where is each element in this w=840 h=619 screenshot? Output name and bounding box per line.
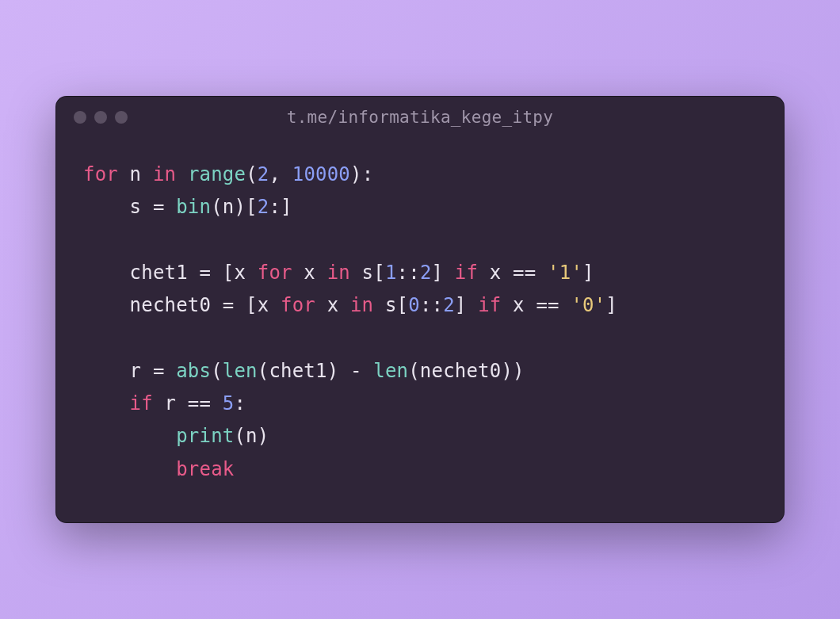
code-token-punct: ] xyxy=(455,294,478,316)
code-token-keyword: if xyxy=(478,294,501,316)
code-token-default: s[ xyxy=(373,294,408,316)
code-token-builtin: len xyxy=(223,360,258,382)
code-token-string: '0' xyxy=(571,294,605,316)
code-token-builtin: range xyxy=(188,163,246,185)
traffic-lights xyxy=(74,111,128,124)
code-token-keyword: if xyxy=(130,392,153,415)
code-token-punct: ] xyxy=(605,294,617,316)
code-token-keyword: for xyxy=(83,163,118,185)
code-token-punct: ] xyxy=(432,262,455,284)
minimize-icon[interactable] xyxy=(94,111,107,124)
code-token-default: x xyxy=(292,262,327,284)
window-titlebar: t.me/informatika_kege_itpy xyxy=(56,97,784,138)
code-token-number: 2 xyxy=(420,262,432,284)
code-token-punct: (n)[ xyxy=(211,196,258,218)
code-token-punct: , xyxy=(269,163,292,185)
code-line xyxy=(83,323,757,355)
code-line: break xyxy=(83,453,757,486)
code-token-default: r == xyxy=(153,392,223,415)
code-token-builtin: print xyxy=(176,425,234,447)
code-token-number: 5 xyxy=(223,392,235,415)
code-line: s = bin(n)[2:] xyxy=(83,191,757,224)
code-token-punct: ( xyxy=(246,163,258,185)
code-line: print(n) xyxy=(83,420,757,453)
code-token-default: s = xyxy=(83,196,176,218)
code-token-punct: :: xyxy=(397,262,420,284)
code-token-punct: :: xyxy=(420,294,443,316)
code-line: r = abs(len(chet1) - len(nechet0)) xyxy=(83,355,757,388)
code-line: nechet0 = [x for x in s[0::2] if x == '0… xyxy=(83,289,757,322)
code-token-default: (n) xyxy=(234,425,269,447)
code-token-builtin: bin xyxy=(176,196,211,218)
code-token-keyword: break xyxy=(176,458,234,480)
code-token-keyword: in xyxy=(327,262,350,284)
code-token-number: 1 xyxy=(385,262,397,284)
code-line xyxy=(83,224,757,257)
code-line: chet1 = [x for x in s[1::2] if x == '1'] xyxy=(83,257,757,289)
close-icon[interactable] xyxy=(74,111,86,124)
code-token-default: (nechet0)) xyxy=(408,360,525,382)
code-line: for n in range(2, 10000): xyxy=(83,159,757,191)
code-token-punct: ): xyxy=(350,163,373,185)
code-token-punct: ] xyxy=(582,262,594,284)
code-token-keyword: for xyxy=(281,294,315,316)
window-title: t.me/informatika_kege_itpy xyxy=(56,108,784,127)
code-token-default: x xyxy=(315,294,350,316)
code-token-default: nechet0 = [x xyxy=(83,294,281,316)
code-token-keyword: in xyxy=(153,163,176,185)
maximize-icon[interactable] xyxy=(115,111,128,124)
code-token-default: n xyxy=(118,163,153,185)
code-token-punct: ( xyxy=(211,360,223,382)
code-window: t.me/informatika_kege_itpy for n in rang… xyxy=(55,96,785,523)
code-token-default: x == xyxy=(478,262,548,284)
code-token-punct: : xyxy=(234,392,246,415)
code-token-default xyxy=(83,392,130,415)
code-token-default xyxy=(176,163,188,185)
code-token-number: 2 xyxy=(443,294,455,316)
code-token-string: '1' xyxy=(548,262,582,284)
code-token-default: r = xyxy=(83,360,176,382)
code-token-default: x == xyxy=(501,294,571,316)
code-token-default xyxy=(83,425,176,447)
code-token-keyword: in xyxy=(350,294,373,316)
code-token-number: 2 xyxy=(258,196,269,218)
code-token-default: (chet1) - xyxy=(258,360,374,382)
code-token-builtin: len xyxy=(373,360,408,382)
code-token-builtin: abs xyxy=(176,360,211,382)
code-token-default xyxy=(83,458,176,480)
code-token-default: s[ xyxy=(350,262,385,284)
code-token-number: 2 xyxy=(258,163,269,185)
code-line: if r == 5: xyxy=(83,388,757,420)
code-editor[interactable]: for n in range(2, 10000): s = bin(n)[2:]… xyxy=(56,138,784,522)
code-token-default: chet1 = [x xyxy=(83,262,258,284)
code-token-number: 10000 xyxy=(292,163,350,185)
code-token-keyword: for xyxy=(258,262,292,284)
code-token-keyword: if xyxy=(455,262,478,284)
code-token-punct: :] xyxy=(269,196,292,218)
code-token-number: 0 xyxy=(408,294,420,316)
